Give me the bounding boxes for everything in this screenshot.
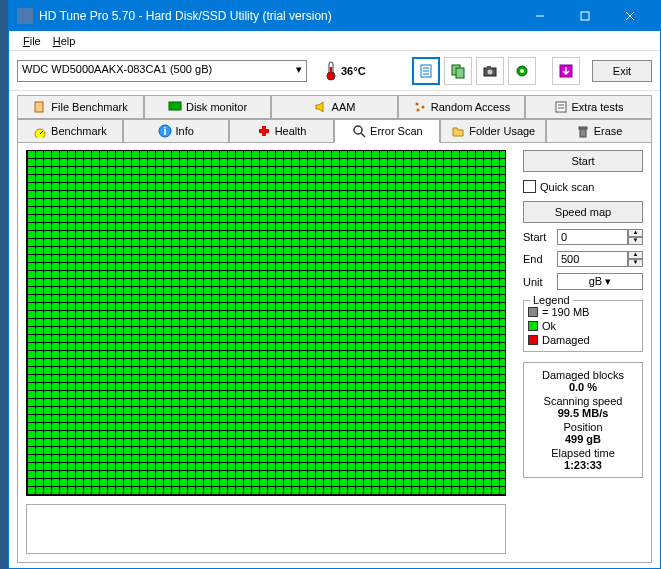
app-window: HD Tune Pro 5.70 - Hard Disk/SSD Utility…: [8, 0, 661, 569]
end-field[interactable]: [557, 251, 628, 267]
exit-button[interactable]: Exit: [592, 60, 652, 82]
unit-select[interactable]: gB ▾: [557, 273, 643, 290]
document-icon: [418, 63, 434, 79]
start-field-label: Start: [523, 231, 553, 243]
toolbar: WDC WD5000AAKX-083CA1 (500 gB) ▾ 36°C Ex…: [9, 51, 660, 91]
search-icon: [352, 124, 366, 138]
svg-text:i: i: [163, 125, 166, 137]
menubar: File Help: [9, 31, 660, 51]
temperature-display: 36°C: [319, 59, 372, 83]
copy-info-button[interactable]: [412, 57, 440, 85]
screenshot-button[interactable]: [476, 57, 504, 85]
scanning-speed-value: 99.5 MB/s: [528, 407, 638, 419]
svg-rect-15: [487, 66, 491, 69]
speaker-icon: [314, 100, 328, 114]
svg-point-33: [354, 126, 362, 134]
svg-point-21: [415, 103, 418, 106]
drive-select[interactable]: WDC WD5000AAKX-083CA1 (500 gB) ▾: [17, 60, 307, 82]
svg-rect-6: [330, 67, 332, 76]
trash-icon: [576, 124, 590, 138]
benchmark-icon: [33, 124, 47, 138]
app-icon: [17, 8, 33, 24]
chevron-down-icon: ▾: [605, 275, 611, 287]
svg-point-14: [488, 69, 493, 74]
damaged-blocks-value: 0.0 %: [528, 381, 638, 393]
quick-scan-checkbox[interactable]: [523, 180, 536, 193]
menu-file[interactable]: File: [17, 33, 47, 49]
start-down[interactable]: ▼: [628, 237, 643, 245]
tab-benchmark[interactable]: Benchmark: [17, 119, 123, 143]
svg-rect-12: [456, 68, 464, 78]
elapsed-time-label: Elapsed time: [528, 447, 638, 459]
svg-rect-19: [35, 102, 43, 112]
end-field-label: End: [523, 253, 553, 265]
info-icon: i: [158, 124, 172, 138]
unit-field-label: Unit: [523, 276, 553, 288]
quick-scan-label: Quick scan: [540, 181, 594, 193]
start-field[interactable]: [557, 229, 628, 245]
menu-help[interactable]: Help: [47, 33, 82, 49]
scanning-speed-label: Scanning speed: [528, 395, 638, 407]
legend-title: Legend: [530, 294, 573, 306]
camera-icon: [482, 63, 498, 79]
random-icon: [413, 100, 427, 114]
side-panel: Start Quick scan Speed map Start ▲▼ End: [523, 150, 643, 554]
save-button[interactable]: [552, 57, 580, 85]
close-button[interactable]: [607, 1, 652, 31]
svg-line-34: [361, 133, 365, 137]
tab-aam[interactable]: AAM: [271, 95, 398, 119]
titlebar[interactable]: HD Tune Pro 5.70 - Hard Disk/SSD Utility…: [9, 1, 660, 31]
start-up[interactable]: ▲: [628, 229, 643, 237]
end-up[interactable]: ▲: [628, 251, 643, 259]
stats: Damaged blocks 0.0 % Scanning speed 99.5…: [523, 362, 643, 478]
file-benchmark-icon: [33, 100, 47, 114]
window-title: HD Tune Pro 5.70 - Hard Disk/SSD Utility…: [39, 9, 517, 23]
tab-random-access[interactable]: Random Access: [398, 95, 525, 119]
legend-ok-icon: [528, 321, 538, 331]
health-icon: [257, 124, 271, 138]
svg-point-17: [520, 69, 524, 73]
legend: Legend = 190 MB Ok Damaged: [523, 300, 643, 352]
elapsed-time-value: 1:23:33: [528, 459, 638, 471]
options-button[interactable]: [508, 57, 536, 85]
thermometer-icon: [325, 61, 337, 81]
position-label: Position: [528, 421, 638, 433]
copy-screenshot-button[interactable]: [444, 57, 472, 85]
tab-erase[interactable]: Erase: [546, 119, 652, 143]
tabs-row-top: File Benchmark Disk monitor AAM Random A…: [17, 95, 652, 119]
minimize-button[interactable]: [517, 1, 562, 31]
position-value: 499 gB: [528, 433, 638, 445]
tab-info[interactable]: iInfo: [123, 119, 229, 143]
scan-output: [26, 504, 506, 554]
tab-error-scan[interactable]: Error Scan: [334, 119, 440, 143]
legend-size-icon: [528, 307, 538, 317]
scan-grid: [26, 150, 506, 496]
svg-rect-1: [581, 12, 589, 20]
tab-health[interactable]: Health: [229, 119, 335, 143]
end-down[interactable]: ▼: [628, 259, 643, 267]
download-icon: [558, 63, 574, 79]
tab-disk-monitor[interactable]: Disk monitor: [144, 95, 271, 119]
tab-file-benchmark[interactable]: File Benchmark: [17, 95, 144, 119]
damaged-blocks-label: Damaged blocks: [528, 369, 638, 381]
svg-rect-32: [259, 129, 269, 133]
legend-damaged-icon: [528, 335, 538, 345]
svg-point-23: [416, 109, 419, 112]
svg-rect-20: [169, 102, 181, 110]
maximize-button[interactable]: [562, 1, 607, 31]
tab-content: Start Quick scan Speed map Start ▲▼ End: [17, 142, 652, 563]
gear-icon: [514, 63, 530, 79]
monitor-icon: [168, 100, 182, 114]
folder-icon: [451, 124, 465, 138]
tests-icon: [554, 100, 568, 114]
tab-extra-tests[interactable]: Extra tests: [525, 95, 652, 119]
start-button[interactable]: Start: [523, 150, 643, 172]
svg-point-22: [421, 106, 424, 109]
drive-select-value: WDC WD5000AAKX-083CA1 (500 gB): [22, 63, 212, 75]
temperature-value: 36°C: [341, 65, 366, 77]
svg-rect-36: [579, 127, 587, 129]
speed-map-button[interactable]: Speed map: [523, 201, 643, 223]
tabs-row-bottom: Benchmark iInfo Health Error Scan Folder…: [17, 119, 652, 143]
tab-folder-usage[interactable]: Folder Usage: [440, 119, 546, 143]
svg-rect-24: [556, 102, 566, 112]
